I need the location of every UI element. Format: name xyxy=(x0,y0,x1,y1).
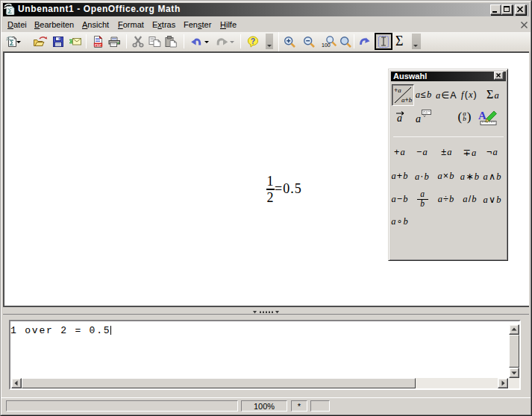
svg-text:a+b: a+b xyxy=(401,96,413,104)
svg-text:?: ? xyxy=(251,37,255,45)
svg-text:+a: +a xyxy=(394,86,401,94)
svg-text:a: a xyxy=(416,113,422,123)
svg-text:a: a xyxy=(397,113,403,122)
svg-text:PDF: PDF xyxy=(95,43,101,47)
svg-text:100: 100 xyxy=(322,42,331,48)
svg-text:A: A xyxy=(478,110,487,122)
